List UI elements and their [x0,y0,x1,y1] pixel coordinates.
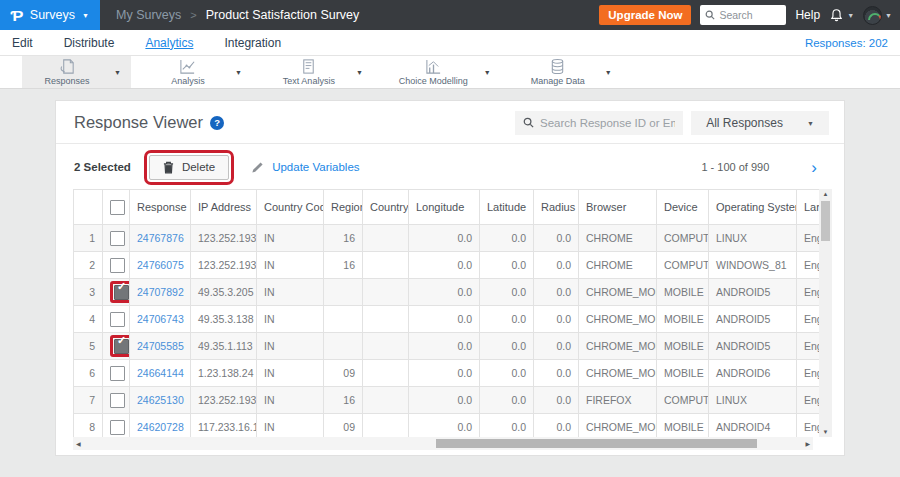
nav-item-analytics[interactable]: Analytics [145,36,193,50]
row-checkbox[interactable] [110,258,125,273]
responses-icon [59,58,76,75]
row-checkbox[interactable] [110,312,125,327]
analytics-toolbar: Responses▼Analysis▼Text Analysis▼Choice … [0,56,900,89]
toolbar-item-choice-modelling[interactable]: Choice Modelling▼ [385,56,501,88]
column-header-region[interactable]: Region [324,190,363,225]
row-checkbox[interactable] [110,366,125,381]
cell-device: MOBILE [657,414,709,438]
row-checkbox[interactable] [110,393,125,408]
cell-latitude: 0.0 [480,333,534,360]
responses-count[interactable]: Responses: 202 [805,37,888,49]
scroll-down-icon[interactable]: ▼ [819,429,832,435]
column-header-radius[interactable]: Radius [534,190,579,225]
column-header-browser[interactable]: Browser [579,190,657,225]
response-id-link[interactable]: 24707892 [137,286,184,298]
toolbar-item-analysis[interactable]: Analysis▼ [143,56,252,88]
chevron-down-icon[interactable]: ▼ [605,69,612,76]
response-id-link[interactable]: 24625130 [137,394,184,406]
help-icon[interactable]: ? [210,116,224,130]
response-id-link[interactable]: 24767876 [137,232,184,244]
cell-language: Eng [797,306,820,333]
row-checkbox[interactable] [114,339,129,354]
cell-longitude: 0.0 [409,414,480,438]
column-header-country-code[interactable]: Country Code [257,190,324,225]
response-search[interactable] [515,111,683,135]
vertical-scroll-thumb[interactable] [821,201,830,241]
global-search-input[interactable] [719,9,781,21]
nav-item-distribute[interactable]: Distribute [64,36,115,50]
cell-radius: 0.0 [534,414,579,438]
cell-response-id: 24767876 [130,225,191,252]
update-variables-link[interactable]: Update Variables [251,161,359,174]
row-checkbox[interactable] [110,420,125,435]
help-link[interactable]: Help [795,8,820,22]
cell-device: COMPUTER [657,252,709,279]
upgrade-now-button[interactable]: Upgrade Now [599,5,691,25]
select-all-checkbox[interactable] [103,190,130,225]
response-search-input[interactable] [540,117,675,129]
cell-country-code: IN [257,333,324,360]
row-checkbox[interactable] [110,231,125,246]
response-id-link[interactable]: 24705585 [137,340,184,352]
cell-ip-address: 123.252.193.148 [191,252,257,279]
scroll-right-icon[interactable]: ▶ [805,440,810,447]
nav-item-integration[interactable]: Integration [224,36,281,50]
column-header-operating-system[interactable]: Operating System [709,190,797,225]
cell-radius: 0.0 [534,306,579,333]
cell-country [363,333,409,360]
column-header-device[interactable]: Device [657,190,709,225]
cell-response-id: 24706743 [130,306,191,333]
toolbar-item-responses[interactable]: Responses▼ [22,56,131,88]
response-filter-dropdown[interactable]: All Responses ▼ [691,111,829,135]
cell-country-code: IN [257,414,324,438]
table-row: 32470789249.35.3.205IN0.00.00.0CHROME_MO… [74,279,820,306]
search-icon [705,6,715,24]
cell-response-id: 24705585 [130,333,191,360]
toolbar-item-manage-data[interactable]: Manage Data▼ [513,56,622,88]
cell-operating-system: LINUX [709,387,797,414]
delete-button[interactable]: Delete [149,155,229,180]
chevron-down-icon[interactable]: ▼ [356,69,363,76]
product-name: Surveys [30,8,75,22]
horizontal-scroll-thumb[interactable] [436,439,758,448]
scroll-up-icon[interactable]: ▲ [819,191,832,197]
next-page-button[interactable]: › [811,159,817,176]
cell-longitude: 0.0 [409,306,480,333]
cell-language: Eng [797,360,820,387]
scroll-left-icon[interactable]: ◀ [76,440,81,447]
column-header-response-id[interactable]: Response ID▲ [130,190,191,225]
column-header-latitude[interactable]: Latitude [480,190,534,225]
cell-device: COMPUTER [657,225,709,252]
horizontal-scrollbar[interactable]: ◀ ▶ [73,437,813,450]
global-search[interactable] [700,5,786,25]
nav-item-edit[interactable]: Edit [12,36,33,50]
column-header-longitude[interactable]: Longitude [409,190,480,225]
response-id-link[interactable]: 24766075 [137,259,184,271]
bulk-action-bar: 2 Selected Delete Update Variables 1 - 1… [74,149,829,185]
chevron-down-icon[interactable]: ▼ [235,69,242,76]
vertical-scrollbar[interactable]: ▲ ▼ [819,189,832,437]
cell-country [363,414,409,438]
row-checkbox[interactable] [114,285,129,300]
response-id-link[interactable]: 24664144 [137,367,184,379]
notifications-menu[interactable]: ▼ [829,8,854,23]
chevron-down-icon[interactable]: ▼ [484,69,491,76]
column-header-language[interactable]: Language [797,190,820,225]
select-all-checkbox[interactable] [110,200,125,215]
column-header-ip-address[interactable]: IP Address [191,190,257,225]
filter-value: All Responses [706,116,783,130]
column-header-country[interactable]: Country [363,190,409,225]
response-id-link[interactable]: 24706743 [137,313,184,325]
product-switcher[interactable]: Ƥ Surveys ▼ [0,0,100,30]
toolbar-item-label: Analysis [171,76,205,86]
response-id-link[interactable]: 24620728 [137,421,184,433]
breadcrumb-my-surveys[interactable]: My Surveys [116,8,181,22]
cell-response-id: 24766075 [130,252,191,279]
chevron-down-icon[interactable]: ▼ [114,69,121,76]
table-row: 824620728117.233.16.177IN090.00.00.0CHRO… [74,414,820,438]
account-menu[interactable]: ▼ [863,6,892,25]
toolbar-item-text-analysis[interactable]: Text Analysis▼ [264,56,373,88]
toolbar-item-label: Responses [44,76,89,86]
cell-browser: CHROME_MOBILE [579,360,657,387]
cell-longitude: 0.0 [409,252,480,279]
